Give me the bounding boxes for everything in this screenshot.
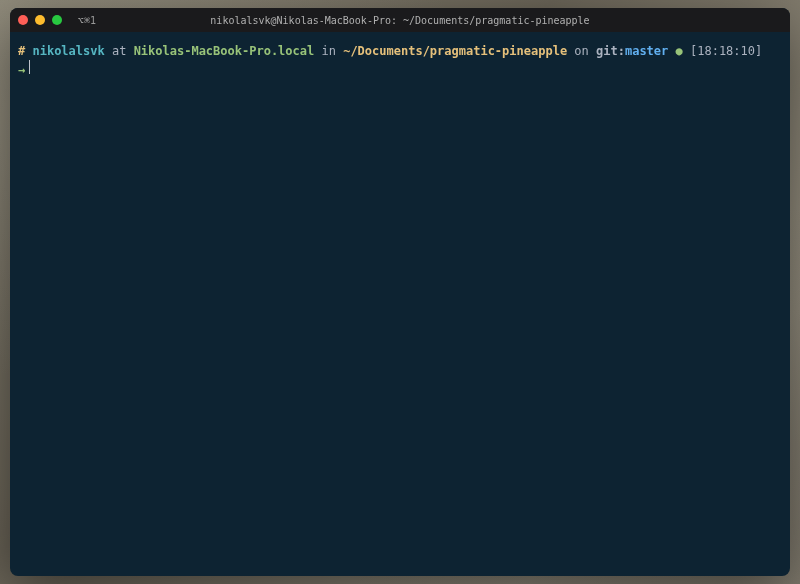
input-line[interactable]: → [18,60,782,79]
window-title: nikolalsvk@Nikolas-MacBook-Pro: ~/Docume… [210,15,589,26]
prompt-line: # nikolalsvk at Nikolas-MacBook-Pro.loca… [18,42,782,60]
prompt-branch: master [625,42,668,60]
prompt-time: [18:18:10] [690,42,762,60]
prompt-arrow-icon: → [18,61,25,79]
terminal-body[interactable]: # nikolalsvk at Nikolas-MacBook-Pro.loca… [10,32,790,576]
minimize-icon[interactable] [35,15,45,25]
prompt-status-dot-icon: ● [668,42,690,60]
prompt-on: on [567,42,596,60]
prompt-host: Nikolas-MacBook-Pro.local [134,42,315,60]
close-icon[interactable] [18,15,28,25]
prompt-hash: # [18,42,25,60]
zoom-icon[interactable] [52,15,62,25]
prompt-user: nikolalsvk [32,42,104,60]
terminal-window: ⌥⌘1 nikolalsvk@Nikolas-MacBook-Pro: ~/Do… [10,8,790,576]
prompt-path: ~/Documents/pragmatic-pineapple [343,42,567,60]
titlebar: ⌥⌘1 nikolalsvk@Nikolas-MacBook-Pro: ~/Do… [10,8,790,32]
traffic-lights [18,15,62,25]
tab-shortcut-label: ⌥⌘1 [78,15,96,26]
prompt-at: at [105,42,134,60]
prompt-git-label: git: [596,42,625,60]
cursor-icon [29,60,30,74]
prompt-in: in [314,42,343,60]
